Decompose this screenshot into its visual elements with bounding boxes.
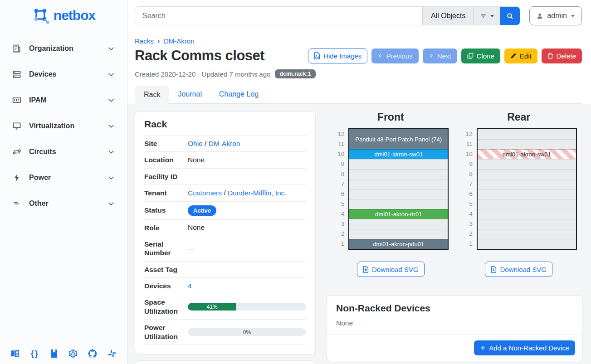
chevron-down-icon <box>107 199 115 208</box>
rack-device[interactable]: dmi01-akron-pdu01 <box>349 239 448 249</box>
unit-label: 2 <box>332 229 344 239</box>
unit-label: 5 <box>332 199 344 209</box>
api-docs-book-icon[interactable] <box>49 349 59 359</box>
clone-button[interactable]: Clone <box>461 49 500 63</box>
sidebar-item-label: IPAM <box>29 96 107 104</box>
rack-empty-slot[interactable] <box>478 219 576 229</box>
tab-change-log[interactable]: Change Log <box>210 86 267 103</box>
sidebar-item-circuits[interactable]: Circuits <box>0 142 127 161</box>
unit-labels: 121110987654321 <box>461 128 473 249</box>
space-utilization-bar: 41% <box>188 303 306 311</box>
menu-lines-icon <box>12 199 21 208</box>
rack-empty-slot[interactable] <box>478 239 576 249</box>
tab-rack[interactable]: Rack <box>135 86 169 104</box>
rack-device[interactable]: dmi01-akron-sw01 <box>478 149 576 159</box>
rack-empty-slot[interactable] <box>349 179 448 189</box>
space-utilization-fill: 41% <box>188 303 236 311</box>
rack-grid: Panduit 48-Port Patch Panel (74)dmi01-ak… <box>348 128 449 250</box>
breadcrumb-link-racks[interactable]: Racks <box>135 37 154 45</box>
user-name: admin <box>547 12 567 20</box>
rack-empty-slot[interactable] <box>478 179 576 189</box>
sidebar-item-organization[interactable]: Organization <box>0 39 127 58</box>
tenant-link[interactable]: Dunder-Mifflin, Inc. <box>228 189 287 197</box>
chevron-down-icon <box>107 122 115 130</box>
netbox-logo-icon <box>32 6 50 24</box>
unit-label: 4 <box>461 209 473 219</box>
docs-book-icon[interactable] <box>10 349 20 359</box>
site-group-link[interactable]: Ohio <box>188 140 203 147</box>
chevron-down-icon <box>107 44 115 53</box>
search-submit-button[interactable] <box>500 7 520 25</box>
location-value: None <box>187 152 306 168</box>
edit-button[interactable]: Edit <box>504 49 537 63</box>
rack-grid: dmi01-akron-sw01 <box>477 128 577 250</box>
image-file-icon <box>314 52 320 59</box>
rack-empty-slot[interactable] <box>349 229 448 239</box>
sidebar-item-virtualization[interactable]: Virtualization <box>0 116 127 136</box>
table-row-asset-tag: Asset Tag — <box>144 261 306 277</box>
devices-count-link[interactable]: 4 <box>188 282 192 290</box>
rack-empty-slot[interactable] <box>478 159 576 169</box>
rack-empty-slot[interactable] <box>478 189 576 199</box>
add-non-racked-device-button[interactable]: Add a Non-Racked Device <box>474 340 575 355</box>
page-content: Rack Site Ohio / DM-Akron Location <box>127 104 591 364</box>
rack-empty-slot[interactable] <box>478 199 576 209</box>
graphql-icon[interactable] <box>68 349 78 359</box>
breadcrumb: Racks › DM-Akron <box>135 37 582 45</box>
action-buttons: Hide Images Previous Next Clone <box>308 49 582 63</box>
download-svg-front-button[interactable]: Download SVG <box>357 262 425 277</box>
tenant-group-link[interactable]: Customers <box>188 189 222 197</box>
delete-button[interactable]: Delete <box>542 49 582 63</box>
next-button[interactable]: Next <box>423 49 457 63</box>
sidebar-item-devices[interactable]: Devices <box>0 65 127 84</box>
sidebar-item-other[interactable]: Other <box>0 194 127 213</box>
rack-empty-slot[interactable] <box>478 169 576 179</box>
rack-empty-slot[interactable] <box>478 229 576 239</box>
unit-label: 8 <box>332 169 344 179</box>
search-input[interactable] <box>135 7 422 25</box>
github-icon[interactable] <box>88 349 98 359</box>
unit-label: 3 <box>461 219 473 229</box>
rack-empty-slot[interactable] <box>349 189 448 199</box>
download-svg-rear-button[interactable]: Download SVG <box>485 262 552 277</box>
rack-device[interactable]: Panduit 48-Port Patch Panel (74) <box>349 129 448 149</box>
page-header: Racks › DM-Akron Rack Comms closet Hide … <box>127 32 591 104</box>
status-badge: Active <box>188 205 216 216</box>
rest-api-braces-icon[interactable]: { } <box>29 349 39 359</box>
rack-empty-slot[interactable] <box>478 129 576 139</box>
sidebar-footer: { } <box>0 349 127 359</box>
search-filter-button[interactable] <box>474 7 500 25</box>
rack-empty-slot[interactable] <box>349 169 448 179</box>
site-link[interactable]: DM-Akron <box>209 140 240 147</box>
hide-images-button[interactable]: Hide Images <box>308 49 367 63</box>
unit-label: 11 <box>332 139 344 149</box>
unit-label: 4 <box>332 209 344 219</box>
user-menu-button[interactable]: admin <box>529 6 582 25</box>
sidebar-item-power[interactable]: Power <box>0 168 127 187</box>
slack-icon[interactable] <box>107 349 117 359</box>
object-type-select[interactable]: All Objects <box>422 7 474 25</box>
rack-attributes-table: Site Ohio / DM-Akron Location None <box>144 135 306 345</box>
tab-journal[interactable]: Journal <box>169 86 210 103</box>
rear-elevation-title: Rear <box>507 111 530 123</box>
search-icon <box>506 12 514 20</box>
lightning-icon <box>12 173 21 182</box>
page-title: Rack Comms closet <box>135 48 264 64</box>
previous-button[interactable]: Previous <box>371 49 418 63</box>
rack-empty-slot[interactable] <box>349 199 448 209</box>
chevron-down-icon <box>107 70 115 78</box>
unit-label: 3 <box>332 219 344 229</box>
rack-empty-slot[interactable] <box>478 209 576 219</box>
rack-device[interactable]: dmi01-akron-sw01 <box>349 149 448 159</box>
pencil-icon <box>510 53 517 59</box>
breadcrumb-link-site[interactable]: DM-Akron <box>164 37 195 45</box>
power-utilization-bar: 0% <box>188 328 306 336</box>
sidebar-item-ipam[interactable]: IPAM <box>0 91 127 110</box>
rack-empty-slot[interactable] <box>349 159 448 169</box>
netbox-logo[interactable]: netbox <box>0 0 127 29</box>
rack-empty-slot[interactable] <box>349 219 448 229</box>
unit-label: 6 <box>461 189 473 199</box>
object-id-badge: dcim.rack:1 <box>275 69 315 78</box>
rack-device[interactable]: dmi01-akron-rtr01 <box>349 209 448 219</box>
rack-empty-slot[interactable] <box>478 139 576 149</box>
